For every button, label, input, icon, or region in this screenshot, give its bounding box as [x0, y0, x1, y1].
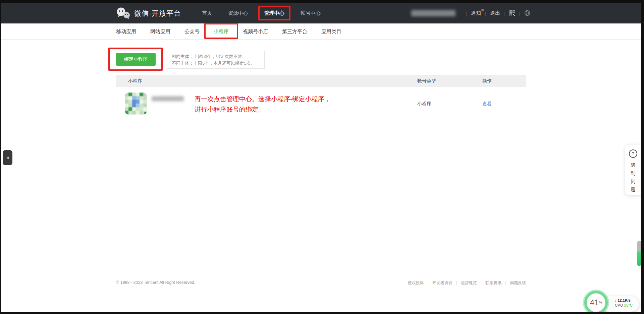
bind-quota-info: 相同主体：上限50个，绑定次数不限。 不同主体：上限5个，本月还可以绑定5次。 [167, 51, 265, 69]
wechat-logo-icon[interactable] [116, 7, 131, 19]
quota-line-same-subject: 相同主体：上限50个，绑定次数不限。 [172, 53, 260, 60]
tab-third-party-platform[interactable]: 第三方平台 [282, 28, 307, 35]
footer-link-feedback[interactable]: 问题反馈 [501, 280, 526, 286]
footer-link-infringement[interactable]: 侵权投诉 [408, 280, 424, 286]
download-arrow-icon: ↓ [615, 298, 617, 302]
system-monitor-widget[interactable]: ↓12.1K/s CPU 35°C + 41% [584, 290, 641, 314]
mini-program-table: 小程序 帐号类型 操作 [116, 75, 526, 120]
nav-item-home[interactable]: 首页 [202, 10, 212, 16]
footer-link-operation-rules[interactable]: 运营规范 [452, 280, 477, 286]
primary-nav: 首页 资源中心 管理中心 帐号中心 [202, 3, 321, 23]
cpu-temperature: CPU 35°C [615, 303, 633, 307]
help-widget[interactable]: ? 遇 到 问 题 [625, 145, 641, 195]
view-link[interactable]: 查看 [482, 101, 492, 107]
column-header-account-type: 帐号类型 [417, 75, 436, 87]
column-header-action: 操作 [482, 75, 492, 87]
column-header-miniprogram: 小程序 [128, 75, 142, 87]
notifications-link[interactable]: 通知 [471, 10, 481, 16]
question-mark-icon: ? [629, 149, 637, 158]
tab-website-app[interactable]: 网站应用 [150, 28, 170, 35]
network-speed: ↓12.1K/s [615, 298, 633, 302]
nav-item-account-center[interactable]: 帐号中心 [301, 10, 321, 16]
top-navbar: 微信·开放平台 首页 资源中心 管理中心 帐号中心 | 通知 | 退出 | [1, 3, 641, 23]
tab-app-category[interactable]: 应用类目 [321, 28, 341, 35]
account-type-cell: 小程序 [417, 101, 431, 107]
footer-link-contact-tencent[interactable]: 联系腾讯 [477, 280, 501, 286]
logout-link[interactable]: 退出 [490, 10, 500, 16]
nav-item-resources[interactable]: 资源中心 [228, 10, 248, 16]
mini-program-name-blurred [152, 96, 184, 101]
memory-usage-gauge: 41% [584, 291, 608, 314]
nav-item-management-center[interactable]: 管理中心 [264, 10, 284, 16]
collapse-arrow-icon: ◀ [6, 155, 9, 160]
guide-annotation-text: 再一次点击管理中心。选择小程序-绑定小程序， 进行小程序账号的绑定。 [195, 94, 330, 115]
footer-links: 侵权投诉 开发者协议 运营规范 联系腾讯 问题反馈 [408, 280, 526, 286]
tab-mini-program[interactable]: 小程序 [214, 28, 229, 35]
tab-channels-shop[interactable]: 视频号小店 [243, 28, 268, 35]
bind-button-wrap: 绑定小程序 [116, 53, 156, 66]
copyright-text: © 1998 - 2023 Tencent All Right Reserved… [116, 280, 195, 285]
table-row: 再一次点击管理中心。选择小程序-绑定小程序， 进行小程序账号的绑定。 小程序 查… [116, 87, 526, 120]
tab-mobile-app[interactable]: 移动应用 [116, 28, 136, 35]
tab-official-account[interactable]: 公众号 [184, 28, 200, 35]
quota-line-diff-subject: 不同主体：上限5个，本月还可以绑定5次。 [172, 60, 260, 67]
brand-title: 微信·开放平台 [134, 9, 181, 18]
username-blurred[interactable] [411, 10, 455, 16]
notification-dot [481, 9, 484, 11]
table-header-row: 小程序 帐号类型 操作 [116, 75, 526, 87]
page-footer: © 1998 - 2023 Tencent All Right Reserved… [116, 280, 526, 287]
scroll-progress-indicator[interactable] [637, 241, 641, 266]
mini-program-app-icon [125, 92, 147, 115]
bind-mini-program-button[interactable]: 绑定小程序 [116, 53, 156, 66]
sidebar-collapse-button[interactable]: ◀ [3, 150, 12, 165]
footer-link-developer-agreement[interactable]: 开发者协议 [424, 280, 452, 286]
qrcode-icon[interactable] [509, 10, 515, 16]
secondary-tabbar: 移动应用 网站应用 公众号 小程序 视频号小店 第三方平台 应用类目 [1, 23, 641, 40]
wechat-open-platform-page: 微信·开放平台 首页 资源中心 管理中心 帐号中心 | 通知 | 退出 | [0, 0, 644, 314]
language-globe-icon[interactable] [524, 10, 530, 16]
topbar-right-cluster: | 通知 | 退出 | | [411, 3, 530, 23]
